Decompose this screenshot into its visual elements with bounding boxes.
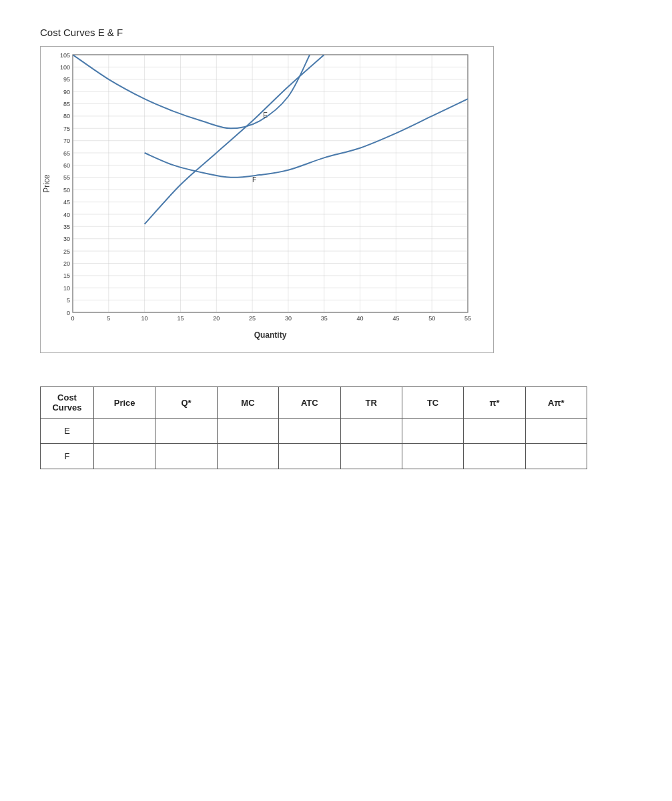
chart-container: 0510152025303540455055606570758085909510… <box>40 46 494 353</box>
th-tr-label: TR <box>366 398 377 408</box>
svg-text:75: 75 <box>63 125 70 132</box>
label-f: F <box>252 176 256 184</box>
svg-text:80: 80 <box>63 113 70 119</box>
th-atc-label: ATC <box>301 398 318 408</box>
th-price: Price <box>94 387 155 419</box>
table-section: Cost Curves Price Q* MC ATC TR T <box>40 386 587 469</box>
th-q-star: Q* <box>155 387 217 419</box>
svg-text:100: 100 <box>60 64 70 71</box>
svg-text:45: 45 <box>63 199 70 206</box>
data-table: Cost Curves Price Q* MC ATC TR T <box>40 386 587 469</box>
svg-text:0: 0 <box>67 310 70 316</box>
svg-text:105: 105 <box>60 52 70 59</box>
table-row-f: F <box>41 444 587 469</box>
svg-text:40: 40 <box>63 212 70 218</box>
th-tr: TR <box>340 387 402 419</box>
row-e-tr <box>340 419 402 444</box>
th-mc-label: MC <box>241 398 254 408</box>
th-pi: π* <box>464 387 525 419</box>
row-e-label: E <box>41 419 94 444</box>
table-row-e: E <box>41 419 587 444</box>
svg-text:55: 55 <box>464 315 471 322</box>
th-tc: TC <box>402 387 463 419</box>
svg-text:10: 10 <box>141 315 148 322</box>
y-label: Price <box>42 174 51 193</box>
svg-text:20: 20 <box>63 260 70 267</box>
th-cost-curves: Cost Curves <box>41 387 94 419</box>
svg-text:30: 30 <box>63 236 70 242</box>
svg-text:90: 90 <box>63 89 70 95</box>
row-e-mc <box>217 419 278 444</box>
th-cost-curves-label: Cost Curves <box>52 392 81 413</box>
row-f-tr <box>340 444 402 469</box>
row-f-atc <box>279 444 340 469</box>
row-f-price <box>94 444 155 469</box>
row-e-q <box>155 419 217 444</box>
svg-text:15: 15 <box>63 272 70 279</box>
row-e-api <box>525 419 587 444</box>
svg-text:85: 85 <box>63 101 70 107</box>
th-pi-label: π* <box>489 398 499 408</box>
svg-text:15: 15 <box>177 315 184 322</box>
svg-text:25: 25 <box>249 315 256 322</box>
row-e-pi <box>464 419 525 444</box>
svg-text:25: 25 <box>63 248 70 255</box>
svg-text:40: 40 <box>356 315 363 322</box>
th-mc: MC <box>217 387 278 419</box>
row-f-label: F <box>41 444 94 469</box>
x-label: Quantity <box>254 330 287 340</box>
th-price-label: Price <box>114 398 135 408</box>
th-tc-label: TC <box>427 398 438 408</box>
chart-svg-main: 0510152025303540455055606570758085909510… <box>41 47 481 340</box>
svg-text:50: 50 <box>63 187 70 194</box>
row-e-price <box>94 419 155 444</box>
chart-title: Cost Curves E & F <box>40 27 632 38</box>
svg-text:45: 45 <box>392 315 399 322</box>
svg-text:65: 65 <box>63 150 70 157</box>
svg-text:35: 35 <box>321 315 328 322</box>
row-e-tc <box>402 419 463 444</box>
svg-text:0: 0 <box>71 315 74 322</box>
label-e: E <box>263 111 268 119</box>
row-f-mc <box>217 444 278 469</box>
svg-text:20: 20 <box>213 315 220 322</box>
svg-text:60: 60 <box>63 162 70 169</box>
svg-text:95: 95 <box>63 76 70 83</box>
th-api: Aπ* <box>525 387 587 419</box>
row-e-atc <box>279 419 340 444</box>
svg-rect-1 <box>73 55 468 312</box>
svg-text:35: 35 <box>63 224 70 230</box>
row-f-q <box>155 444 217 469</box>
svg-text:5: 5 <box>107 315 110 322</box>
svg-text:30: 30 <box>285 315 292 322</box>
svg-text:70: 70 <box>63 138 70 144</box>
th-api-label: Aπ* <box>548 398 564 408</box>
svg-text:55: 55 <box>63 174 70 181</box>
th-atc: ATC <box>279 387 340 419</box>
row-f-tc <box>402 444 463 469</box>
row-f-api <box>525 444 587 469</box>
row-f-pi <box>464 444 525 469</box>
th-q-star-label: Q* <box>181 398 191 408</box>
svg-text:5: 5 <box>67 297 70 304</box>
svg-text:50: 50 <box>428 315 435 322</box>
svg-text:10: 10 <box>63 285 70 292</box>
